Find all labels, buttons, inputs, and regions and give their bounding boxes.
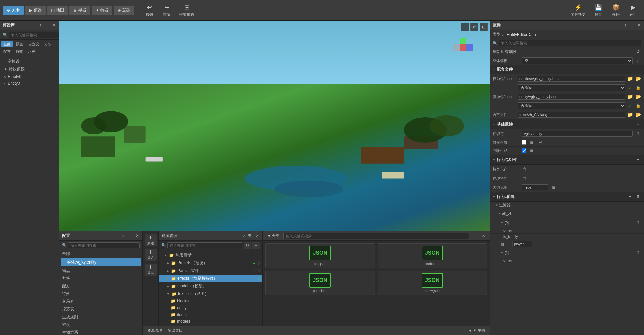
filter-0-value-field[interactable]: player <box>512 241 532 247</box>
refresh-btn[interactable]: ↺ <box>635 48 641 55</box>
tree-effects[interactable]: ▶ 📁 effects（简易版特效） + <box>159 275 262 282</box>
config-item-all[interactable]: 全部 <box>59 250 142 258</box>
tree-parts[interactable]: ▶ 📁 Parts（零件） + ⊞ <box>159 267 262 275</box>
asset-new-btn[interactable]: + 新建 <box>145 234 157 246</box>
resource-json-browse-btn[interactable]: 📁 <box>627 93 633 100</box>
resource-select-lock[interactable]: 🔒 <box>635 102 641 109</box>
tree-models-sub[interactable]: 📁 models <box>159 318 262 325</box>
config-item-biome[interactable]: 生物群系 <box>59 329 142 335</box>
preset-tab-custom[interactable]: 自定义 <box>26 41 41 47</box>
preset-item-empty0[interactable]: ○ Empty0 <box>0 73 59 80</box>
behavior-select-lock[interactable]: 🔒 <box>635 84 641 91</box>
behavior-select[interactable]: 吉祥物 <box>518 84 625 91</box>
filter-1-delete-btn[interactable]: 🗑 <box>635 249 641 256</box>
tree-blocks[interactable]: 📁 blocks <box>159 298 262 304</box>
config-help-btn[interactable]: ? <box>121 233 126 239</box>
parts-copy-icon[interactable]: ⊞ <box>257 269 260 273</box>
parts-hotswap-button[interactable]: ⚡ 零件热更 <box>568 2 589 18</box>
behavior-json-folder-btn[interactable]: 📂 <box>635 75 641 82</box>
redo-button[interactable]: ↪ 重做 <box>159 2 175 18</box>
fire-immune-delete-btn[interactable]: 🗑 <box>550 184 557 191</box>
template-check-btn[interactable]: ✓ <box>635 57 641 64</box>
bottom-tab-output[interactable]: 输出窗口 <box>166 327 185 334</box>
tab-scene[interactable]: ⚙ 关卡 <box>3 6 24 15</box>
config-close-btn[interactable]: ✕ <box>134 233 140 239</box>
props-help-btn[interactable]: ? <box>623 23 628 28</box>
viewport-crosshair-btn[interactable]: ⊕ <box>461 23 469 31</box>
effect-edge-button[interactable]: ⊞ 特效描边 <box>176 2 198 18</box>
tree-models[interactable]: ▶ 📁 models（模型） <box>159 282 262 290</box>
preset-tab-effect[interactable]: 特效 <box>14 48 25 55</box>
resource-select[interactable]: 吉祥物 <box>518 102 625 109</box>
presets-add-icon[interactable]: + <box>253 261 255 265</box>
config-max-btn[interactable]: □ <box>127 233 133 239</box>
all-of-add-btn[interactable]: + <box>635 210 641 217</box>
asset-grid-search-input[interactable] <box>283 233 469 239</box>
json-card-particle[interactable]: JSON particlei... <box>265 271 375 295</box>
asset-back-btn[interactable]: ← <box>471 232 478 240</box>
config-item-trade[interactable]: 交易表 <box>59 298 142 305</box>
behavior-goto-section[interactable]: ▼ 行为:看向... + 🗑 <box>490 192 644 202</box>
summon-spawn-checkbox[interactable] <box>522 148 526 153</box>
tab-preview[interactable]: ▶ 预器 <box>25 6 46 15</box>
asset-import-btn[interactable]: ⬇ 导入 <box>145 249 157 261</box>
config-item-spawn[interactable]: 生成规则 <box>59 313 142 321</box>
config-search-input[interactable] <box>68 242 140 248</box>
behavior-goto-delete-btn[interactable]: 🗑 <box>635 193 641 200</box>
identifier-input[interactable] <box>522 131 633 137</box>
preset-tab-native[interactable]: 原生 <box>14 41 25 47</box>
behavior-components-add-btn[interactable]: + <box>635 156 641 163</box>
preset-item-effect[interactable]: ✦ 特效预设 <box>0 65 59 73</box>
preset-item-entity0[interactable]: ○ Entity0 <box>0 80 59 87</box>
json-card-asd[interactable]: JSON asd.json <box>265 243 375 268</box>
asset-help-btn[interactable]: ? <box>241 233 246 239</box>
undo-button[interactable]: ↩ 撤销 <box>141 2 157 18</box>
resource-json-folder-btn[interactable]: 📂 <box>635 93 641 100</box>
behavior-json-input[interactable] <box>518 76 625 82</box>
save-button[interactable]: 💾 保存 <box>590 2 606 18</box>
backup-button[interactable]: 📦 备份 <box>608 2 624 18</box>
asset-search-btn[interactable]: 🔍 <box>248 233 253 239</box>
resource-select-check[interactable]: ✓ <box>627 102 633 109</box>
matching-files-section[interactable]: ▼ 配套文件 <box>490 65 644 74</box>
preset-tab-recipe[interactable]: 配方 <box>1 48 13 55</box>
props-search-input[interactable] <box>499 40 641 46</box>
asset-close-btn[interactable]: ✕ <box>254 233 260 239</box>
asset-filter-all-btn[interactable]: ▼ 全部 <box>265 233 281 239</box>
tree-entity[interactable]: 📁 entity <box>159 304 262 311</box>
tree-items[interactable]: 📁 items <box>159 311 262 318</box>
run-button[interactable]: ▶ 运行 <box>625 2 641 18</box>
bottom-tab-assets[interactable]: 资源管理 <box>145 327 164 334</box>
preset-tab-player[interactable]: 玩家 <box>26 48 38 55</box>
config-item-block[interactable]: 方块 <box>59 275 142 282</box>
preset-tab-all[interactable]: 全部 <box>1 41 13 47</box>
json-card-snow[interactable]: JSON snow.json <box>378 271 487 295</box>
viewport-fullscreen-btn[interactable]: ⊡ <box>480 23 488 31</box>
presets-copy-icon[interactable]: ⊞ <box>257 261 260 265</box>
props-close-btn[interactable]: ✕ <box>636 23 641 28</box>
config-item-entity[interactable]: ■ 实体:vgjxy:entity <box>61 258 141 266</box>
natural-spawn-checkbox[interactable] <box>522 140 526 145</box>
tab-map[interactable]: ◫ 地图 <box>47 6 68 15</box>
viewport-reset-btn[interactable]: ↺ <box>470 23 478 31</box>
effects-add-icon[interactable]: + <box>258 277 260 281</box>
filter-0-delete-btn[interactable]: 🗑 <box>635 219 641 226</box>
preset-search-input[interactable] <box>9 32 60 38</box>
behavior-goto-add-btn[interactable]: + <box>627 193 633 200</box>
lang-file-input[interactable] <box>518 112 625 118</box>
tab-bounds[interactable]: ⊞ 界器 <box>69 6 90 15</box>
asset-filter-btn-tree[interactable]: ≡ <box>252 242 260 249</box>
parts-add-icon[interactable]: + <box>253 269 255 273</box>
asset-search-input[interactable] <box>167 242 242 248</box>
physics-delete-btn[interactable]: 🗑 <box>522 175 528 182</box>
natural-spawn-reset-btn[interactable]: ↩ <box>537 139 544 146</box>
preset-close-btn[interactable]: ✕ <box>51 23 56 28</box>
behavior-json-browse-btn[interactable]: 📁 <box>627 75 633 82</box>
config-item-drop[interactable]: 掉落表 <box>59 305 142 313</box>
config-item-item[interactable]: 物品 <box>59 267 142 275</box>
asset-up-btn[interactable]: ✕ <box>480 232 487 240</box>
preset-tab-block[interactable]: 方块 <box>42 41 54 47</box>
natural-spawn-delete-btn[interactable]: 🗑 <box>528 139 535 146</box>
template-select[interactable]: 空 <box>522 57 633 64</box>
basic-props-add-btn[interactable]: + <box>635 121 641 128</box>
